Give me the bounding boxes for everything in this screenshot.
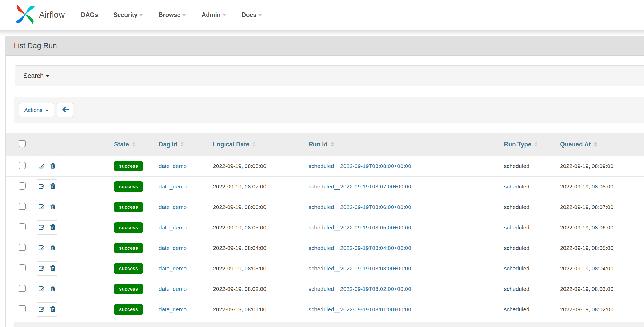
status-badge: success [114,263,143,274]
edit-pencil-square-icon [38,265,45,272]
delete-button[interactable] [47,241,58,255]
table-row: success date_demo 2022-09-19, 08:01:00 s… [6,299,644,320]
nav-item-docs[interactable]: Docs [234,11,270,19]
sort-updown-icon[interactable]: ↕ [593,141,598,148]
run-id-link[interactable]: scheduled__2022-09-19T08:05:00+00:00 [309,224,411,230]
trash-icon [49,244,56,252]
row-checkbox[interactable] [19,244,26,251]
edit-button[interactable] [36,180,47,194]
dag-id-link[interactable]: date_demo [159,163,187,169]
row-checkbox[interactable] [19,285,26,292]
edit-button[interactable] [36,262,47,275]
queued-at-value: 2022-09-19, 08:08:00 [560,183,613,190]
actions-dropdown-button[interactable]: Actions [19,103,54,117]
edit-button[interactable] [36,221,47,234]
list-dag-run-panel: List Dag Run Search Actions State [5,36,644,327]
edit-button[interactable] [36,241,47,255]
dag-id-link[interactable]: date_demo [159,306,187,312]
row-checkbox[interactable] [19,182,26,190]
row-checkbox[interactable] [19,203,26,210]
column-header-logical_date[interactable]: Logical Date↕ [210,133,306,156]
row-action-group [36,282,58,296]
table-row: success date_demo 2022-09-19, 08:06:00 s… [6,197,644,217]
chevron-down-icon [222,14,226,16]
back-button[interactable] [57,103,73,117]
edit-pencil-square-icon [38,224,45,232]
sort-updown-icon[interactable]: ↕ [180,141,184,148]
run-id-link[interactable]: scheduled__2022-09-19T08:06:00+00:00 [309,204,411,210]
edit-button[interactable] [36,159,47,173]
edit-pencil-square-icon [38,305,45,313]
row-checkbox[interactable] [19,223,26,230]
nav-item-browse[interactable]: Browse [151,11,194,19]
trash-icon [49,183,56,191]
header-actions-cell [35,133,111,156]
dag-id-link[interactable]: date_demo [159,204,187,210]
row-checkbox[interactable] [19,305,26,312]
arrow-left-icon [61,106,69,115]
run-id-link[interactable]: scheduled__2022-09-19T08:03:00+00:00 [309,265,411,271]
table-row: success date_demo 2022-09-19, 08:03:00 s… [6,258,644,279]
edit-button[interactable] [36,282,47,296]
trash-icon [49,265,56,272]
delete-button[interactable] [47,282,58,296]
run-id-link[interactable]: scheduled__2022-09-19T08:02:00+00:00 [309,286,411,292]
delete-button[interactable] [47,180,58,194]
run-type-value: scheduled [504,245,529,251]
delete-button[interactable] [47,221,58,234]
nav-item-dags[interactable]: DAGs [73,11,106,19]
trash-icon [49,162,56,170]
row-action-group [36,241,58,255]
select-all-checkbox[interactable] [19,140,26,147]
delete-button[interactable] [47,159,58,173]
column-header-dag_id[interactable]: Dag Id↕ [156,133,210,156]
edit-pencil-square-icon [38,244,45,252]
run-type-value: scheduled [504,224,529,230]
nav-item-admin[interactable]: Admin [194,11,234,19]
table-body: success date_demo 2022-09-19, 08:08:00 s… [6,156,644,320]
sort-updown-icon[interactable]: ↕ [534,141,538,148]
nav-item-security[interactable]: Security [106,11,151,19]
column-header-queued_at[interactable]: Queued At↕ [557,133,644,156]
dag-id-link[interactable]: date_demo [159,224,187,230]
logical-date-value: 2022-09-19, 08:02:00 [213,286,266,292]
sort-updown-icon[interactable]: ↕ [131,141,136,148]
logical-date-value: 2022-09-19, 08:07:00 [213,183,266,190]
row-action-group [36,179,58,194]
delete-button[interactable] [47,200,58,214]
actions-toolbar: Actions [14,97,644,123]
run-id-link[interactable]: scheduled__2022-09-19T08:08:00+00:00 [309,163,411,169]
dag-id-link[interactable]: date_demo [159,245,187,251]
status-badge: success [114,304,143,315]
dag-id-link[interactable]: date_demo [159,183,187,190]
header-checkbox-cell [6,133,35,156]
dag-id-link[interactable]: date_demo [159,286,187,292]
queued-at-value: 2022-09-19, 08:09:00 [560,163,613,169]
row-checkbox[interactable] [19,264,26,271]
status-badge: success [114,243,143,253]
table-row: success date_demo 2022-09-19, 08:04:00 s… [6,238,644,258]
row-action-group [36,220,58,235]
column-header-run_id[interactable]: Run Id↕ [306,133,501,156]
edit-button[interactable] [36,200,47,214]
airflow-pinwheel-logo-icon [15,4,36,26]
run-id-link[interactable]: scheduled__2022-09-19T08:04:00+00:00 [309,245,411,251]
sort-updown-icon[interactable]: ↕ [252,141,256,148]
delete-button[interactable] [47,303,58,316]
search-filter-toggle[interactable]: Search [15,65,644,86]
trash-icon [49,203,56,211]
nav-menu: DAGs Security Browse Admin Docs [73,11,270,19]
column-header-state[interactable]: State↕ [111,133,156,156]
dag-id-link[interactable]: date_demo [159,265,187,271]
delete-button[interactable] [47,262,58,275]
row-checkbox[interactable] [19,162,26,169]
airflow-brand[interactable]: Airflow [15,4,65,26]
logical-date-value: 2022-09-19, 08:04:00 [213,245,266,251]
sort-updown-icon[interactable]: ↕ [330,141,335,148]
run-id-link[interactable]: scheduled__2022-09-19T08:07:00+00:00 [309,183,411,190]
run-id-link[interactable]: scheduled__2022-09-19T08:01:00+00:00 [309,306,411,312]
column-header-run_type[interactable]: Run Type↕ [501,133,557,156]
edit-button[interactable] [36,303,47,316]
logical-date-value: 2022-09-19, 08:01:00 [213,306,266,312]
trash-icon [49,224,56,232]
